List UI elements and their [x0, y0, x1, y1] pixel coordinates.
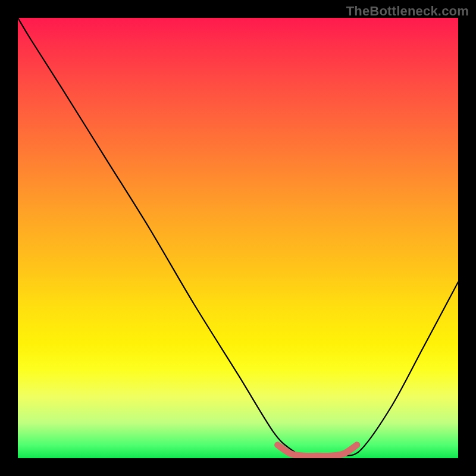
plot-area — [18, 18, 458, 458]
curve-layer — [18, 18, 458, 458]
chart-container: TheBottleneck.com — [0, 0, 476, 476]
bottleneck-curve-path — [18, 18, 458, 456]
flat-bottom-highlight-path — [278, 445, 357, 456]
watermark-text: TheBottleneck.com — [346, 4, 469, 19]
